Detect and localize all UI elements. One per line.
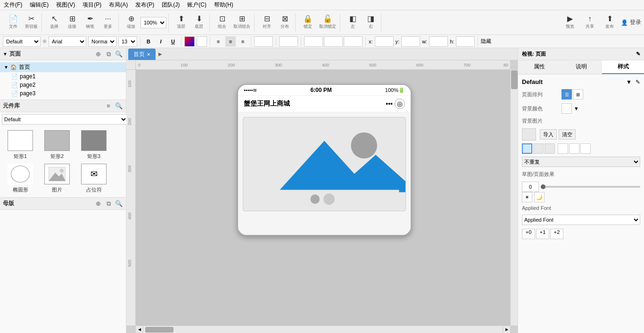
canvas-content[interactable]: ••••• ≋ 6:00 PM 100% 🔋 蟹堡王网上商城 ••• ◎ (136, 70, 510, 325)
applied-font-select[interactable]: Applied Font Arial Helvetica (522, 215, 640, 225)
components-dropdown[interactable]: Default (2, 114, 128, 125)
master-search-icon[interactable]: 🔍 (115, 200, 123, 208)
text-color-button[interactable] (184, 36, 195, 47)
more-button[interactable]: ··· 更多 (99, 14, 116, 32)
menu-item-team[interactable]: 团队(J) (162, 1, 180, 9)
lock-button[interactable]: 🔒 锁定 (299, 14, 316, 32)
menu-item-file[interactable]: 文件(F) (4, 1, 22, 9)
scroll-left-icon[interactable]: ◀ (136, 326, 143, 333)
repeat-select[interactable]: 不重复 重复 重复X 重复Y 铺满 适应 (522, 157, 640, 167)
page-item-page3[interactable]: 📄 page3 (0, 89, 126, 98)
comp-ellipse[interactable]: 椭圆形 (4, 164, 37, 193)
scroll-right-icon[interactable]: ▶ (503, 326, 510, 333)
comp-search-icon[interactable]: 🔍 (115, 102, 123, 110)
menu-item-account[interactable]: 账户(C) (187, 1, 206, 9)
format-ctrl-2[interactable] (324, 36, 343, 47)
clipboard-button[interactable]: ✂ 剪切板 (23, 14, 40, 32)
zoom-select[interactable]: 100% 75% 50% 150% 200% (140, 17, 166, 28)
align-center-button[interactable]: ≡ (225, 36, 236, 47)
left-button[interactable]: ◧ 左 (344, 14, 361, 32)
weight-select[interactable]: NormalBoldItalic (88, 36, 116, 47)
tab-style[interactable]: 样式 (602, 60, 644, 74)
group-button[interactable]: ⊡ 组合 (214, 14, 231, 32)
bg-pos-tc[interactable] (533, 143, 544, 154)
scrollbar-horizontal[interactable]: ◀ ▶ (136, 325, 510, 333)
bg-pos-ml[interactable] (558, 143, 568, 154)
style-dropdown-icon[interactable]: ▼ (626, 79, 632, 85)
menu-item-layout[interactable]: 布局(A) (109, 1, 128, 9)
italic-button[interactable]: I (156, 36, 166, 47)
master-add-icon[interactable]: ⊕ (94, 200, 102, 208)
pages-duplicate-icon[interactable]: ⧉ (104, 50, 113, 58)
bg-pos-mr[interactable] (580, 143, 591, 154)
bg-import-button[interactable]: 导入 (540, 129, 557, 140)
bg-color-button[interactable] (197, 36, 207, 47)
screen-slider[interactable] (541, 186, 640, 188)
unlock-button[interactable]: 🔓 取消锁定 (317, 14, 338, 32)
tab-home[interactable]: 首页 ✕ (128, 49, 156, 60)
select-button[interactable]: ↖ 选择 (46, 14, 63, 32)
pages-search-icon[interactable]: 🔍 (115, 50, 123, 58)
file-button[interactable]: 📄 文件 (5, 14, 22, 32)
distribute-button[interactable]: ⊠ 分布 (276, 14, 293, 32)
y-input[interactable] (401, 36, 420, 47)
bg-clear-button[interactable]: 清空 (559, 129, 576, 140)
layout-single-icon[interactable]: ☰ (561, 89, 572, 100)
w-input[interactable] (429, 36, 448, 47)
connect-button[interactable]: ⊞ 连接 (64, 14, 81, 32)
underline-button[interactable]: U (168, 36, 178, 47)
pages-collapse-icon[interactable]: ▼ (3, 51, 8, 57)
align-left-button[interactable]: ≡ (213, 36, 223, 47)
color-picker-2[interactable] (279, 36, 298, 47)
font-select[interactable]: ArialTimes New RomanHelvetica (49, 36, 86, 47)
h-input[interactable] (456, 36, 475, 47)
comp-rect1[interactable]: 矩形1 (4, 130, 37, 160)
font-size-2-button[interactable]: +2 (550, 229, 563, 239)
color-picker-1[interactable] (254, 36, 273, 47)
nav-menu-icon[interactable]: ••• (386, 100, 393, 108)
tab-close-icon[interactable]: ✕ (147, 52, 150, 57)
scrollbar-vertical[interactable] (510, 70, 518, 325)
layout-double-icon[interactable]: ⊞ (573, 89, 583, 100)
bg-pos-tr[interactable] (545, 143, 555, 154)
menu-item-help[interactable]: 帮助(H) (214, 1, 233, 9)
bg-pos-tl[interactable] (522, 143, 532, 154)
tab-notes[interactable]: 说明 (560, 60, 602, 74)
screen-value-input[interactable] (522, 182, 539, 192)
comp-image[interactable]: 图片 (41, 164, 74, 193)
page-item-page1[interactable]: 📄 page1 (0, 72, 126, 81)
font-size-1-button[interactable]: +1 (536, 229, 549, 239)
share-button[interactable]: ↑ 共享 (581, 14, 598, 32)
comp-menu-icon[interactable]: ≡ (104, 102, 113, 110)
bg-color-arrow[interactable]: ▼ (574, 106, 579, 111)
bottom-layer-button[interactable]: ⬇ 底层 (190, 14, 207, 32)
login-button[interactable]: 👤 登录 (621, 18, 641, 26)
tab-properties[interactable]: 属性 (518, 60, 560, 74)
align-button[interactable]: ⊟ 对齐 (258, 14, 275, 32)
menu-item-project[interactable]: 项目(P) (83, 1, 101, 9)
pen-button[interactable]: ✒ 钢笔 (82, 14, 99, 32)
menu-item-view[interactable]: 视图(V) (56, 1, 75, 9)
pages-add-icon[interactable]: ⊕ (94, 50, 102, 58)
menu-item-publish[interactable]: 发布(P) (135, 1, 154, 9)
screen-icon-moon[interactable]: 🌙 (534, 192, 545, 202)
bg-color-swatch[interactable] (561, 103, 572, 114)
ungroup-button[interactable]: ⊞ 取消组合 (231, 14, 252, 32)
page-item-page2[interactable]: 📄 page2 (0, 81, 126, 89)
master-duplicate-icon[interactable]: ⧉ (104, 200, 113, 208)
zoom-button[interactable]: ⊕ 缩放 (123, 14, 140, 32)
size-select[interactable]: 131012141618 (118, 36, 137, 47)
right-panel-edit-icon[interactable]: ✎ (636, 51, 640, 57)
font-size-0-button[interactable]: +0 (522, 229, 535, 239)
style-select[interactable]: DefaultHeading1Heading2Normal (3, 36, 41, 47)
comp-rect2[interactable]: 矩形2 (41, 130, 74, 160)
screen-icon-sun[interactable]: ☀ (522, 192, 532, 202)
format-ctrl-1[interactable] (304, 36, 323, 47)
page-item-home[interactable]: ▼ 🏠 首页 (0, 62, 126, 72)
bg-pos-mc[interactable] (569, 143, 579, 154)
comp-rect3[interactable]: 矩形3 (77, 130, 110, 160)
align-right-button[interactable]: ≡ (238, 36, 248, 47)
menu-item-edit[interactable]: 编辑(E) (30, 1, 49, 9)
format-ctrl-3[interactable] (344, 36, 363, 47)
bold-button[interactable]: B (143, 36, 154, 47)
